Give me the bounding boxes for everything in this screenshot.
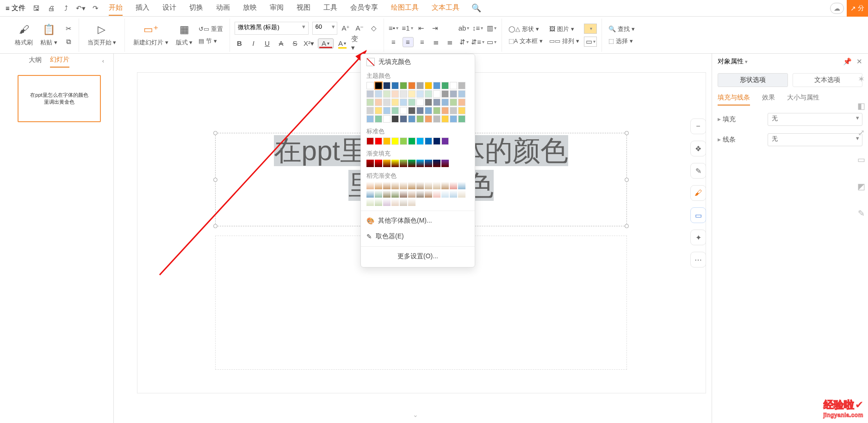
dock-icon-2[interactable]: ◧ <box>857 101 865 111</box>
color-swatch[interactable] <box>433 137 440 145</box>
close-icon[interactable]: ✕ <box>856 57 862 66</box>
align-right-icon[interactable]: ≡ <box>417 37 428 47</box>
color-swatch[interactable] <box>450 99 457 106</box>
color-swatch[interactable] <box>391 115 399 123</box>
magic-icon[interactable]: ✦ <box>690 230 706 245</box>
dock-icon-5[interactable]: ◩ <box>857 181 865 192</box>
dock-icon-1[interactable]: ✶ <box>858 74 865 84</box>
color-swatch[interactable] <box>383 115 391 123</box>
color-swatch[interactable] <box>450 82 457 89</box>
color-swatch[interactable] <box>391 90 399 98</box>
gradient-swatch[interactable] <box>408 160 415 167</box>
more-icon[interactable]: ⋯ <box>690 252 706 267</box>
color-swatch[interactable] <box>366 90 374 98</box>
shapes-button[interactable]: ◯△形状 ▾ <box>507 25 545 34</box>
inc-font-icon[interactable]: A⁺ <box>341 23 351 33</box>
color-swatch[interactable] <box>441 90 449 98</box>
eyedrop-icon[interactable]: ✎ <box>690 163 706 179</box>
color-swatch[interactable] <box>425 137 432 145</box>
color-swatch[interactable] <box>450 115 457 123</box>
outline-swatch-icon[interactable]: ▭ <box>584 37 597 47</box>
highlight-button[interactable]: A▾ <box>337 38 347 49</box>
gradient-swatch[interactable] <box>383 190 391 198</box>
gradient-swatch[interactable] <box>450 190 457 198</box>
tab-design[interactable]: 设计 <box>162 0 176 16</box>
paste-button[interactable]: 📋粘贴 ▾ <box>37 24 61 47</box>
undo-icon[interactable]: ↶▾ <box>74 2 87 15</box>
color-swatch[interactable] <box>400 82 407 89</box>
gradient-swatch[interactable] <box>400 160 407 167</box>
fill-swatch-icon[interactable] <box>584 24 597 34</box>
color-swatch[interactable] <box>416 107 424 114</box>
tab-texttools[interactable]: 文本工具 <box>432 0 459 16</box>
color-swatch[interactable] <box>433 107 440 114</box>
line-spacing-icon[interactable]: ↕≡ <box>473 23 483 33</box>
bold-icon[interactable]: B <box>235 38 245 49</box>
tab-show[interactable]: 放映 <box>243 0 257 16</box>
gradient-swatch[interactable] <box>375 190 382 198</box>
gradient-swatch[interactable] <box>383 199 391 206</box>
slide-thumbnail[interactable]: 在ppt里怎么在字体的颜色 里调出黄金色 <box>18 75 101 122</box>
format-painter-button[interactable]: 🖌格式刷 <box>11 24 37 47</box>
clear-format-icon[interactable]: ◇ <box>369 23 379 33</box>
tab-view[interactable]: 视图 <box>297 0 310 16</box>
color-swatch[interactable] <box>433 82 440 89</box>
color-swatch[interactable] <box>383 99 391 106</box>
color-swatch[interactable] <box>425 82 432 89</box>
color-swatch[interactable] <box>375 82 382 89</box>
gradient-swatch[interactable] <box>400 182 407 189</box>
color-swatch[interactable] <box>425 90 432 98</box>
share-button[interactable]: ↗分 <box>847 0 868 17</box>
color-swatch[interactable] <box>366 107 374 114</box>
color-swatch[interactable] <box>400 137 407 145</box>
tab-tools[interactable]: 工具 <box>323 0 337 16</box>
color-swatch[interactable] <box>441 99 449 106</box>
color-swatch[interactable] <box>408 137 415 145</box>
tab-drawtools[interactable]: 绘图工具 <box>391 0 419 16</box>
color-swatch[interactable] <box>425 107 432 114</box>
numbering-icon[interactable]: ≡1 <box>403 23 413 33</box>
gradient-swatch[interactable] <box>391 199 399 206</box>
indent-right-icon[interactable]: ⇥ <box>430 23 440 33</box>
textbox-button[interactable]: ⬚A文本框 ▾ <box>507 37 545 46</box>
more-settings-option[interactable]: 更多设置(O)... <box>361 249 475 264</box>
print-icon[interactable]: 🖨 <box>45 2 58 15</box>
color-swatch[interactable] <box>400 90 407 98</box>
color-swatch[interactable] <box>416 137 424 145</box>
panel-title[interactable]: 对象属性 <box>718 57 748 66</box>
italic-icon[interactable]: I <box>248 38 259 49</box>
font-size-select[interactable]: 60 <box>312 22 337 35</box>
color-swatch[interactable] <box>408 99 415 106</box>
color-swatch[interactable] <box>366 137 374 145</box>
color-swatch[interactable] <box>416 82 424 89</box>
color-swatch[interactable] <box>366 82 374 89</box>
find-button[interactable]: 🔍查找 ▾ <box>607 25 637 34</box>
redo-icon[interactable]: ↷ <box>89 2 102 15</box>
color-swatch[interactable] <box>425 99 432 106</box>
layout-button[interactable]: ▦版式 ▾ <box>172 24 197 47</box>
dock-icon-6[interactable]: ✎ <box>858 208 865 218</box>
gradient-swatch[interactable] <box>408 182 415 189</box>
strike-icon[interactable]: A <box>276 38 286 49</box>
no-fill-option[interactable]: 无填充颜色 <box>361 54 475 70</box>
color-swatch[interactable] <box>450 107 457 114</box>
select-button[interactable]: ⬚选择 ▾ <box>607 37 637 46</box>
export-icon[interactable]: ⤴ <box>60 2 73 15</box>
color-swatch[interactable] <box>391 107 399 114</box>
new-slide-button[interactable]: ▭⁺新建幻灯片 ▾ <box>130 24 172 47</box>
sub-size[interactable]: 大小与属性 <box>787 93 819 106</box>
gradient-swatch[interactable] <box>400 199 407 206</box>
panel-tab-slides[interactable]: 幻灯片 <box>50 56 69 68</box>
superscript-icon[interactable]: X²▾ <box>304 38 314 49</box>
align-left-icon[interactable]: ≡ <box>389 37 399 47</box>
gradient-swatch[interactable] <box>366 182 374 189</box>
layers-icon[interactable]: ❖ <box>690 141 706 156</box>
strikethrough2-icon[interactable]: S <box>290 38 300 49</box>
tab-member[interactable]: 会员专享 <box>350 0 378 16</box>
gradient-swatch[interactable] <box>441 160 449 167</box>
color-swatch[interactable] <box>383 107 391 114</box>
gradient-swatch[interactable] <box>433 190 440 198</box>
para-spacing-icon[interactable]: ⇵≡ <box>473 37 483 47</box>
gradient-swatch[interactable] <box>433 160 440 167</box>
color-swatch[interactable] <box>458 107 465 114</box>
